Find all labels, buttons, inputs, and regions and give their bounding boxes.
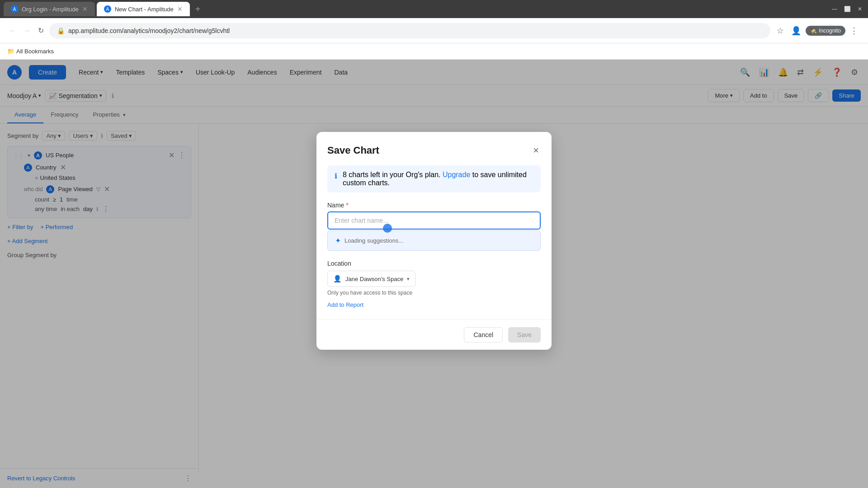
tab-close-1[interactable]: ✕ [82, 5, 88, 13]
incognito-badge: 🕵️ Incognito [806, 26, 845, 36]
tab-title-2: New Chart - Amplitude [115, 6, 174, 13]
tab-close-2[interactable]: ✕ [177, 5, 183, 13]
save-chart-modal: Save Chart × ℹ 8 charts left in your Org… [316, 132, 552, 350]
window-controls: — ⬜ ✕ [830, 5, 864, 14]
modal-title: Save Chart [327, 145, 379, 156]
modal-overlay: Save Chart × ℹ 8 charts left in your Org… [0, 60, 868, 488]
info-text-1: 8 charts left in your Org's plan. [343, 171, 443, 178]
name-label: Name * [327, 202, 541, 209]
minimize-button[interactable]: — [830, 5, 839, 14]
forward-button[interactable]: → [22, 25, 33, 37]
suggestions-dropdown: ✦ Loading suggestions... [327, 230, 541, 251]
tab-favicon-1: A [11, 5, 18, 13]
tab-new-chart[interactable]: A New Chart - Amplitude ✕ [97, 2, 190, 16]
info-banner-icon: ℹ [335, 172, 337, 180]
info-banner-text: 8 charts left in your Org's plan. Upgrad… [343, 171, 533, 187]
tab-org-login[interactable]: A Org Login - Amplitude ✕ [4, 2, 95, 16]
location-note: Only you have access to this space [327, 290, 541, 296]
modal-save-button[interactable]: Save [508, 327, 541, 343]
back-button[interactable]: ← [7, 25, 18, 37]
incognito-label: Incognito [819, 28, 841, 34]
new-tab-button[interactable]: + [192, 2, 204, 16]
app-content: A Create Recent ▾ Templates Spaces ▾ [0, 60, 868, 488]
modal-header: Save Chart × [316, 132, 552, 165]
modal-close-button[interactable]: × [531, 143, 541, 158]
info-banner: ℹ 8 charts left in your Org's plan. Upgr… [327, 165, 541, 192]
profile-button[interactable]: 👤 [788, 23, 804, 38]
tab-favicon-2: A [104, 5, 111, 13]
suggestions-text: Loading suggestions... [344, 237, 403, 244]
suggestions-spinner-icon: ✦ [335, 236, 341, 245]
name-field-group: Name * ✦ Loading suggestions... [327, 202, 541, 251]
modal-body: ℹ 8 charts left in your Org's plan. Upgr… [316, 165, 552, 319]
cancel-button[interactable]: Cancel [464, 327, 503, 343]
lock-icon: 🔒 [57, 27, 65, 34]
add-to-report-link[interactable]: Add to Report [327, 301, 363, 308]
tab-title-1: Org Login - Amplitude [22, 6, 79, 13]
location-chevron-icon: ▾ [407, 276, 410, 282]
browser-titlebar: A Org Login - Amplitude ✕ A New Chart - … [0, 0, 868, 18]
url-text: app.amplitude.com/analytics/moodjoy2/cha… [68, 27, 763, 34]
bookmarks-bar: 📁 All Bookmarks [0, 43, 868, 60]
close-window-button[interactable]: ✕ [855, 5, 864, 14]
nav-actions: ☆ 👤 🕵️ Incognito ⋮ [774, 23, 861, 38]
location-label: Location [327, 260, 541, 267]
address-bar[interactable]: 🔒 app.amplitude.com/analytics/moodjoy2/c… [49, 23, 770, 38]
person-icon: 👤 [333, 275, 342, 283]
browser-navbar: ← → ↻ 🔒 app.amplitude.com/analytics/mood… [0, 18, 868, 43]
required-star: * [346, 202, 348, 209]
chart-name-input[interactable] [327, 211, 541, 230]
location-selector[interactable]: 👤 Jane Dawson's Space ▾ [327, 271, 415, 287]
incognito-icon: 🕵️ [810, 28, 817, 34]
refresh-button[interactable]: ↻ [36, 24, 46, 37]
location-value: Jane Dawson's Space [345, 276, 403, 282]
modal-footer: Cancel Save [316, 319, 552, 350]
bookmarks-label[interactable]: All Bookmarks [16, 48, 54, 55]
maximize-button[interactable]: ⬜ [843, 5, 852, 14]
menu-button[interactable]: ⋮ [847, 23, 861, 38]
bookmark-button[interactable]: ☆ [774, 23, 787, 38]
upgrade-link[interactable]: Upgrade [443, 171, 470, 178]
bookmarks-icon: 📁 [7, 48, 14, 55]
